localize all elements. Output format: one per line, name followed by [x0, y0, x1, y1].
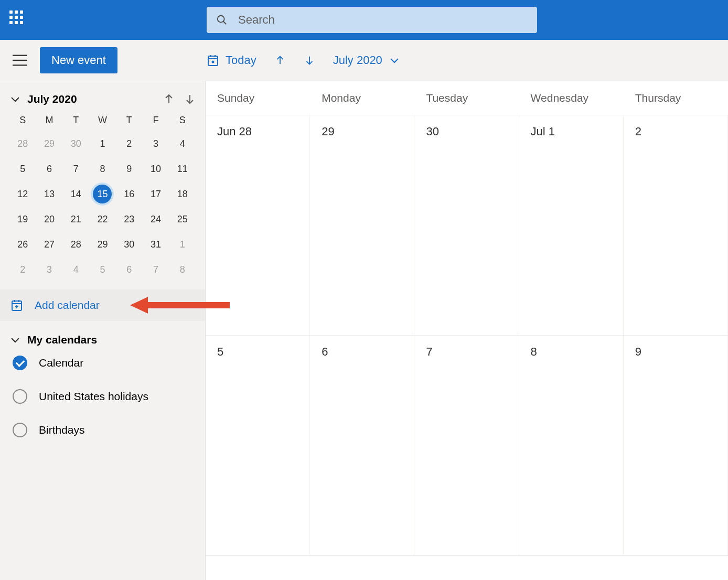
mini-calendar-day[interactable]: 2 [116, 131, 143, 156]
calendar-grid: SundayMondayTuesdayWednesdayThursday Jun… [206, 81, 728, 580]
command-bar: New event Today July 2020 [0, 40, 728, 81]
mini-calendar-day[interactable]: 20 [36, 207, 63, 232]
mini-calendar-day[interactable]: 28 [62, 232, 89, 257]
dow-label: S [9, 115, 36, 126]
mini-calendar-day[interactable]: 1 [169, 232, 196, 257]
next-arrow-icon[interactable] [304, 55, 315, 66]
sidebar: July 2020 SMTWTFS 2829301234567891011121… [0, 81, 206, 580]
calendar-item[interactable]: United States holidays [10, 380, 195, 413]
mini-calendar-header: July 2020 [0, 81, 205, 113]
hamburger-menu-icon[interactable] [0, 55, 40, 66]
date-cell[interactable]: 6 [310, 336, 414, 555]
mini-calendar-day[interactable]: 7 [62, 156, 89, 181]
calendar-checkbox[interactable] [13, 356, 27, 370]
date-cell[interactable]: 8 [519, 336, 624, 555]
mini-prev-arrow-icon[interactable] [164, 94, 174, 104]
mini-calendar-day[interactable]: 13 [36, 181, 63, 207]
date-cell[interactable]: 9 [624, 336, 728, 555]
my-calendars-section[interactable]: My calendars [10, 334, 195, 346]
mini-calendar-day[interactable]: 7 [143, 257, 169, 282]
mini-calendar-grid: 2829301234567891011121314151617181920212… [0, 131, 205, 282]
chevron-down-icon[interactable] [10, 96, 20, 102]
svg-marker-21 [130, 297, 148, 314]
mini-calendar-day[interactable]: 4 [62, 257, 89, 282]
today-button[interactable]: Today [207, 53, 256, 67]
mini-calendar-day[interactable]: 1 [89, 131, 116, 156]
mini-calendar-day[interactable]: 22 [89, 207, 116, 232]
mini-calendar-day[interactable]: 21 [62, 207, 89, 232]
calendar-checkbox[interactable] [13, 423, 27, 437]
mini-calendar-day[interactable]: 2 [9, 257, 36, 282]
chevron-down-icon [10, 337, 20, 343]
week-row: Jun 282930Jul 12 [206, 115, 728, 336]
new-event-button[interactable]: New event [40, 47, 117, 73]
mini-calendar-day[interactable]: 14 [62, 181, 89, 207]
mini-calendar-day[interactable]: 16 [116, 181, 143, 207]
svg-point-0 [218, 16, 224, 23]
mini-calendar-day[interactable]: 4 [169, 131, 196, 156]
mini-calendar-day[interactable]: 19 [9, 207, 36, 232]
date-cell[interactable]: Jul 1 [519, 115, 624, 335]
calendar-item-label: Birthdays [39, 424, 85, 436]
calendar-item[interactable]: Calendar [10, 346, 195, 380]
mini-calendar-day[interactable]: 10 [143, 156, 169, 181]
mini-calendar-day[interactable]: 26 [9, 232, 36, 257]
mini-calendar-day[interactable]: 30 [116, 232, 143, 257]
dow-label: W [89, 115, 116, 126]
mini-calendar-day[interactable]: 5 [89, 257, 116, 282]
mini-calendar-day[interactable]: 15 [89, 181, 116, 207]
add-calendar-button[interactable]: Add calendar [0, 289, 205, 321]
mini-calendar-day[interactable]: 3 [36, 257, 63, 282]
week-row: 56789 [206, 336, 728, 556]
mini-calendar-day[interactable]: 29 [36, 131, 63, 156]
mini-calendar-day[interactable]: 27 [36, 232, 63, 257]
svg-point-9 [212, 61, 213, 63]
calendar-item-label: Calendar [39, 357, 83, 369]
dow-label: M [36, 115, 63, 126]
mini-calendar-day[interactable]: 3 [143, 131, 169, 156]
mini-calendar-day[interactable]: 25 [169, 207, 196, 232]
day-header-row: SundayMondayTuesdayWednesdayThursday [206, 81, 728, 115]
mini-calendar-day[interactable]: 6 [116, 257, 143, 282]
mini-calendar-day[interactable]: 8 [169, 257, 196, 282]
svg-line-1 [223, 22, 227, 25]
day-header: Thursday [624, 81, 728, 115]
mini-calendar-day[interactable]: 11 [169, 156, 196, 181]
mini-calendar-day[interactable]: 30 [62, 131, 89, 156]
app-launcher-icon[interactable] [9, 10, 28, 29]
mini-calendar-day[interactable]: 5 [9, 156, 36, 181]
date-cell[interactable]: 5 [206, 336, 310, 555]
mini-calendar-day[interactable]: 6 [36, 156, 63, 181]
mini-calendar-day[interactable]: 28 [9, 131, 36, 156]
mini-calendar-day[interactable]: 8 [89, 156, 116, 181]
date-cell[interactable]: 30 [414, 115, 519, 335]
prev-arrow-icon[interactable] [274, 55, 286, 66]
search-input[interactable] [238, 13, 528, 27]
calendar-checkbox[interactable] [13, 389, 27, 404]
dow-label: T [116, 115, 143, 126]
mini-calendar-day[interactable]: 9 [116, 156, 143, 181]
search-icon [216, 14, 228, 26]
month-picker-label: July 2020 [333, 53, 382, 67]
date-cell[interactable]: 2 [624, 115, 728, 335]
date-cell[interactable]: 7 [414, 336, 519, 555]
mini-calendar-day[interactable]: 17 [143, 181, 169, 207]
day-header: Sunday [206, 81, 310, 115]
mini-calendar-day[interactable]: 18 [169, 181, 196, 207]
search-box[interactable] [207, 7, 537, 33]
mini-calendar-day[interactable]: 31 [143, 232, 169, 257]
today-label: Today [226, 53, 256, 67]
mini-calendar-day[interactable]: 12 [9, 181, 36, 207]
mini-calendar-day[interactable]: 24 [143, 207, 169, 232]
calendar-item[interactable]: Birthdays [10, 413, 195, 447]
mini-next-arrow-icon[interactable] [185, 94, 195, 104]
month-picker[interactable]: July 2020 [333, 53, 399, 67]
mini-calendar-day[interactable]: 23 [116, 207, 143, 232]
dow-label: T [62, 115, 89, 126]
add-calendar-label: Add calendar [35, 299, 100, 312]
mini-calendar-dow: SMTWTFS [0, 113, 205, 131]
calendar-item-label: United States holidays [39, 390, 148, 403]
date-cell[interactable]: 29 [310, 115, 414, 335]
calendar-add-icon [10, 299, 23, 312]
mini-calendar-day[interactable]: 29 [89, 232, 116, 257]
